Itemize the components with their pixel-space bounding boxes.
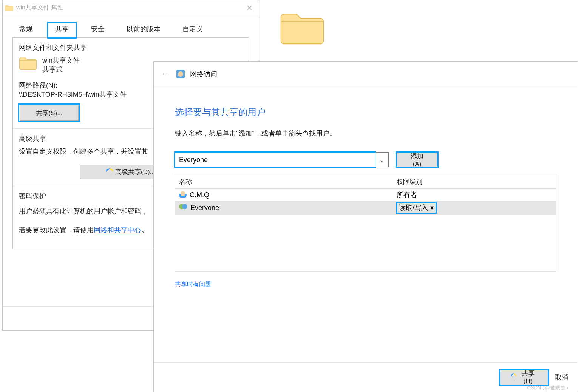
wizard-subtitle: 键入名称，然后单击"添加"，或者单击箭头查找用户。 — [175, 129, 556, 138]
folder-icon — [19, 56, 37, 71]
network-center-link[interactable]: 网络和共享中心 — [94, 226, 141, 234]
share-help-link[interactable]: 共享时有问题 — [175, 281, 211, 287]
perm-owner: 所有者 — [397, 190, 417, 199]
wizard-header-title: 网络访问 — [190, 69, 217, 79]
desktop-folder[interactable] — [280, 11, 332, 45]
shield-icon — [106, 168, 113, 176]
grid-header: 名称 权限级别 — [175, 175, 556, 188]
folder-name: win共享文件 — [42, 56, 80, 65]
shield-icon — [511, 373, 516, 381]
col-perm: 权限级别 — [393, 175, 556, 188]
share-status: 共享式 — [42, 65, 80, 74]
tab-share[interactable]: 共享 — [48, 22, 76, 38]
tab-custom[interactable]: 自定义 — [176, 22, 210, 38]
tab-general[interactable]: 常规 — [12, 22, 40, 38]
wizard-share-button[interactable]: 共享(H) — [500, 369, 548, 385]
network-access-wizard: ← 网络访问 选择要与其共享的用户 键入名称，然后单击"添加"，或者单击箭头查找… — [153, 61, 578, 392]
combo-value: Everyone — [179, 156, 208, 164]
section-heading: 网络文件和文件夹共享 — [19, 43, 243, 52]
properties-titlebar: win共享文件 属性 ✕ — [3, 0, 259, 15]
chevron-down-icon: ⌄ — [379, 156, 385, 164]
share-button[interactable]: 共享(S)... — [20, 105, 79, 121]
user-icon — [179, 191, 187, 199]
add-button[interactable]: 添加(A) — [396, 152, 438, 167]
group-icon — [179, 204, 187, 211]
perm-dropdown[interactable]: 读取/写入 ▾ — [397, 202, 436, 213]
wizard-icon — [176, 70, 185, 78]
table-row[interactable]: C.M.Q 所有者 — [175, 189, 556, 201]
chevron-down-icon: ▾ — [430, 204, 434, 212]
wizard-footer: 共享(H) 取消 — [154, 362, 578, 392]
user-combo[interactable]: Everyone — [175, 152, 375, 167]
tab-security[interactable]: 安全 — [84, 22, 111, 38]
pwd-line2-prefix: 若要更改此设置，请使用 — [19, 226, 94, 234]
tabs-bar: 常规 共享 安全 以前的版本 自定义 — [3, 15, 259, 38]
tab-versions[interactable]: 以前的版本 — [120, 22, 167, 38]
col-name: 名称 — [175, 175, 393, 188]
wizard-header: ← 网络访问 — [154, 62, 578, 86]
back-icon[interactable]: ← — [159, 67, 171, 80]
properties-title: win共享文件 属性 — [16, 4, 63, 12]
watermark: CSDN @ə催眠曲ɵ — [527, 384, 568, 391]
folder-icon — [5, 5, 13, 11]
wizard-cancel-button[interactable]: 取消 — [555, 373, 569, 382]
combo-dropdown[interactable]: ⌄ — [375, 152, 389, 167]
close-icon[interactable]: ✕ — [243, 3, 257, 12]
grid-body: C.M.Q 所有者 Everyone 读取/写入 ▾ — [175, 188, 556, 272]
table-row[interactable]: Everyone 读取/写入 ▾ — [175, 201, 556, 215]
wizard-title: 选择要与其共享的用户 — [175, 106, 556, 118]
pwd-line2-suffix: 。 — [141, 226, 148, 234]
